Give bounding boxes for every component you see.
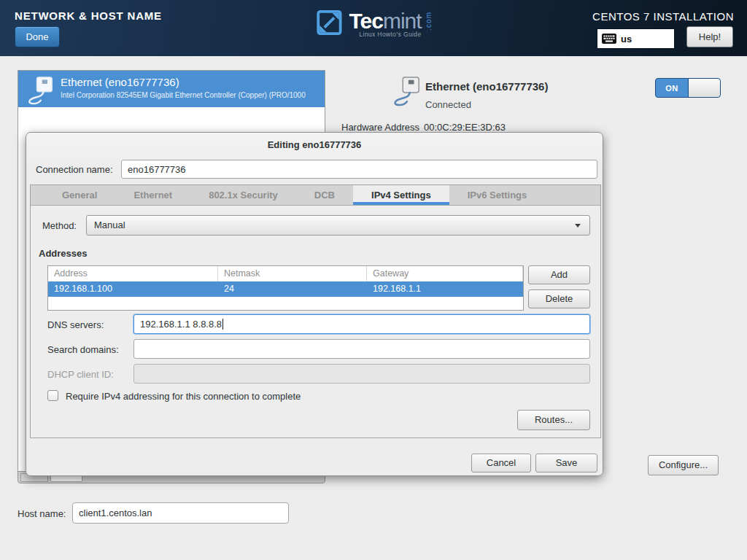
- dns-servers-input[interactable]: 192.168.1.1 8.8.8.8: [133, 314, 590, 334]
- column-header-netmask[interactable]: Netmask: [218, 266, 367, 281]
- addresses-table: Address Netmask Gateway 192.168.1.100 24…: [47, 265, 524, 311]
- hostname-label: Host name:: [18, 508, 66, 519]
- toggle-on-label: ON: [656, 79, 688, 97]
- add-address-button[interactable]: Add: [528, 265, 590, 284]
- tab-dcb[interactable]: DCB: [296, 185, 353, 205]
- page-title: NETWORK & HOST NAME: [15, 9, 162, 22]
- help-button[interactable]: Help!: [686, 26, 733, 47]
- product-title: CENTOS 7 INSTALLATION: [592, 10, 734, 23]
- ethernet-icon: [26, 75, 55, 106]
- cell-gateway: 192.168.1.1: [367, 281, 523, 297]
- logo-text-secondary: mint: [383, 9, 422, 34]
- connection-name-input[interactable]: [121, 160, 597, 179]
- column-header-address[interactable]: Address: [48, 266, 218, 281]
- logo-tld: .com: [425, 12, 433, 31]
- logo-text-primary: Tec: [349, 9, 382, 34]
- tab-strip: General Ethernet 802.1x Security DCB IPv…: [31, 185, 600, 206]
- save-button[interactable]: Save: [535, 454, 597, 472]
- configure-button[interactable]: Configure...: [648, 455, 719, 475]
- dialog-title: Editing eno16777736: [26, 139, 603, 150]
- column-header-gateway[interactable]: Gateway: [367, 266, 523, 281]
- search-domains-label: Search domains:: [47, 344, 119, 355]
- cancel-button[interactable]: Cancel: [471, 454, 531, 472]
- dhcp-client-id-label: DHCP client ID:: [47, 369, 114, 380]
- edit-connection-dialog: Editing eno16777736 Connection name: Gen…: [26, 132, 603, 476]
- cell-netmask: 24: [218, 281, 367, 297]
- installer-screen: NETWORK & HOST NAME Done Tec mint .com L…: [0, 0, 747, 560]
- settings-notebook: General Ethernet 802.1x Security DCB IPv…: [30, 184, 601, 438]
- chevron-down-icon: [575, 224, 581, 228]
- text-caret: [222, 319, 223, 330]
- toggle-handle[interactable]: [688, 79, 720, 97]
- device-description: Intel Corporation 82545EM Gigabit Ethern…: [61, 91, 306, 99]
- tab-ethernet[interactable]: Ethernet: [115, 185, 190, 205]
- addresses-heading: Addresses: [39, 248, 87, 259]
- method-label: Method:: [42, 220, 77, 231]
- device-enabled-toggle[interactable]: ON: [655, 78, 721, 98]
- keyboard-layout-value: us: [621, 34, 632, 44]
- done-button[interactable]: Done: [15, 26, 60, 47]
- hardware-address-value: 00:0C:29:EE:3D:63: [424, 122, 506, 133]
- hostname-input[interactable]: [72, 502, 289, 524]
- logo-tagline: Linux Howto's Guide: [349, 31, 421, 38]
- tab-general[interactable]: General: [44, 185, 115, 205]
- dhcp-client-id-input: [133, 364, 590, 384]
- device-list-item[interactable]: Ethernet (eno16777736) Intel Corporation…: [18, 71, 325, 107]
- hardware-address: Hardware Address00:0C:29:EE:3D:63: [341, 122, 506, 133]
- dns-servers-value: 192.168.1.1 8.8.8.8: [140, 319, 222, 330]
- search-domains-input[interactable]: [133, 339, 590, 359]
- keyboard-layout-indicator[interactable]: us: [597, 28, 675, 49]
- connection-name-label: Connection name:: [36, 164, 113, 175]
- require-ipv4-checkbox[interactable]: [47, 390, 58, 401]
- method-value: Manual: [94, 219, 125, 230]
- expand-arrows-icon: [315, 9, 343, 36]
- require-ipv4-checkbox-label[interactable]: Require IPv4 addressing for this connect…: [66, 391, 301, 402]
- delete-address-button[interactable]: Delete: [528, 289, 590, 308]
- table-header-row: Address Netmask Gateway: [48, 266, 523, 281]
- keyboard-icon: [602, 34, 616, 44]
- routes-button[interactable]: Routes...: [517, 410, 590, 430]
- method-dropdown[interactable]: Manual: [86, 215, 590, 236]
- table-row[interactable]: 192.168.1.100 24 192.168.1.1: [48, 281, 523, 297]
- tecmint-logo: Tec mint .com Linux Howto's Guide: [315, 9, 431, 38]
- tab-ipv6-settings[interactable]: IPv6 Settings: [449, 185, 546, 205]
- device-name: Ethernet (eno16777736): [61, 76, 306, 88]
- hardware-address-label: Hardware Address: [341, 122, 419, 133]
- detail-status: Connected: [425, 99, 471, 110]
- tab-8021x-security[interactable]: 802.1x Security: [190, 185, 296, 205]
- tab-ipv4-settings[interactable]: IPv4 Settings: [353, 185, 449, 205]
- ethernet-icon: [391, 74, 422, 108]
- detail-device-name: Ethernet (eno16777736): [425, 80, 548, 93]
- header-bar: NETWORK & HOST NAME Done Tec mint .com L…: [0, 0, 747, 56]
- dns-servers-label: DNS servers:: [47, 319, 104, 330]
- cell-address: 192.168.1.100: [48, 281, 218, 297]
